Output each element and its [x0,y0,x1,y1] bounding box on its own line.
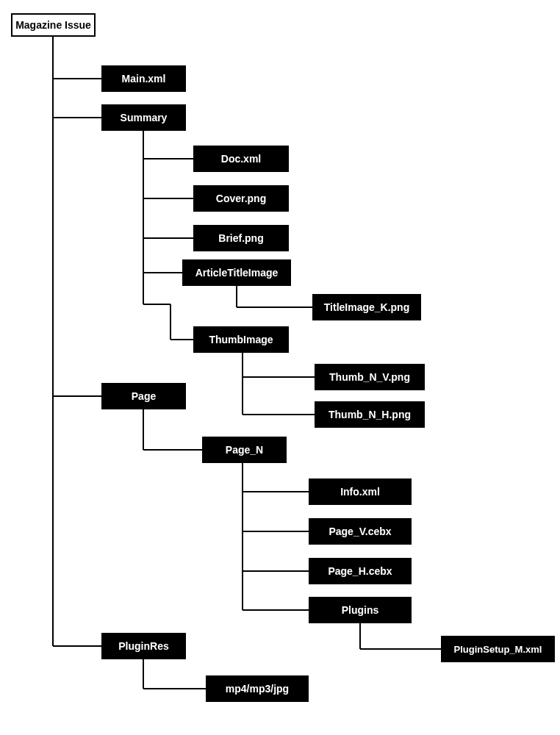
node-page-v-cebx: Page_V.cebx [309,518,412,545]
node-thumb-n-h-png: Thumb_N_H.png [315,401,425,428]
node-thumbimage: ThumbImage [193,326,289,353]
tree-diagram: Magazine Issue Main.xml Summary Doc.xml … [0,0,560,735]
node-page: Page [101,383,186,409]
node-brief-png: Brief.png [193,225,289,251]
node-page-n: Page_N [202,437,287,463]
node-thumb-n-v-png: Thumb_N_V.png [315,364,425,390]
node-pluginsetup-m-xml: PluginSetup_M.xml [441,636,555,662]
node-media: mp4/mp3/jpg [206,675,309,702]
node-cover-png: Cover.png [193,185,289,212]
node-pluginres: PluginRes [101,633,186,659]
node-titleimage-k-png: TitleImage_K.png [312,294,421,320]
node-plugins: Plugins [309,597,412,623]
node-magazine-issue: Magazine Issue [11,13,96,37]
node-main-xml: Main.xml [101,65,186,92]
node-doc-xml: Doc.xml [193,146,289,172]
node-info-xml: Info.xml [309,478,412,505]
node-summary: Summary [101,104,186,131]
connectors [0,0,560,735]
node-page-h-cebx: Page_H.cebx [309,558,412,584]
node-article-title-image: ArticleTitleImage [182,259,291,286]
